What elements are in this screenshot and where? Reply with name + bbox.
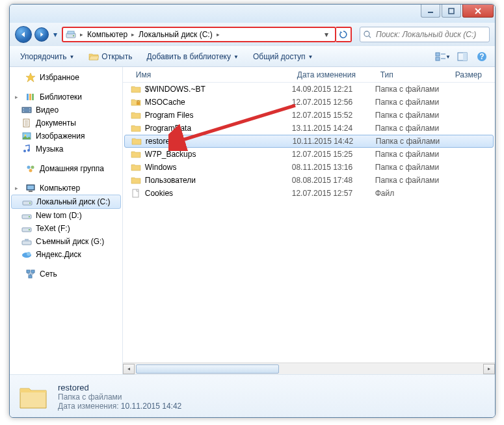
nav-removable-g[interactable]: Съемный диск (G:) [10, 235, 122, 248]
file-name: Program Files [145, 111, 194, 120]
file-row[interactable]: ProgramData13.11.2015 14:24Папка с файла… [123, 122, 495, 135]
file-row[interactable]: Cookies12.07.2015 12:57Файл [123, 187, 495, 200]
folder-icon [131, 162, 141, 172]
nav-libraries[interactable]: ▸Библиотеки [10, 90, 122, 103]
breadcrumb-computer[interactable]: Компьютер [87, 30, 127, 39]
file-name: Cookies [145, 189, 173, 198]
file-row[interactable]: $WINDOWS.~BT14.09.2015 12:21Папка с файл… [123, 83, 495, 96]
search-box[interactable] [360, 27, 490, 42]
svg-rect-44 [22, 241, 31, 245]
nav-documents[interactable]: Документы [10, 117, 122, 130]
nav-music[interactable]: Музыка [10, 143, 122, 156]
explorer-window: ▾ ▸ Компьютер ▸ Локальный диск (C:) ▸ ▾ … [9, 4, 496, 418]
nav-new-tom-d[interactable]: New tom (D:) [10, 209, 122, 222]
nav-pictures[interactable]: Изображения [10, 130, 122, 143]
search-input[interactable] [376, 30, 486, 39]
nav-homegroup[interactable]: Домашняя группа [10, 162, 122, 175]
forward-button[interactable] [34, 27, 49, 42]
svg-point-22 [29, 108, 30, 109]
file-name: Windows [145, 163, 177, 172]
back-button[interactable] [15, 26, 32, 43]
maximize-button[interactable] [442, 5, 461, 18]
folder-icon [131, 110, 141, 120]
nav-network[interactable]: Сеть [10, 267, 122, 281]
svg-point-5 [364, 31, 369, 36]
svg-point-34 [29, 169, 33, 172]
organize-button[interactable]: Упорядочить▼ [15, 50, 79, 63]
close-button[interactable] [462, 5, 494, 18]
details-date-value: 10.11.2015 14:42 [121, 402, 181, 411]
nav-favorites[interactable]: Избранное [10, 71, 122, 84]
refresh-button[interactable] [336, 27, 352, 42]
file-row[interactable]: Windows08.11.2015 13:16Папка с файлами [123, 161, 495, 174]
svg-rect-37 [29, 191, 33, 192]
file-date: 12.07.2015 15:25 [292, 150, 375, 159]
open-button[interactable]: Открыть [83, 49, 137, 64]
file-name: Пользователи [145, 176, 196, 185]
nav-local-disk-c[interactable]: Локальный диск (C:) [11, 195, 121, 209]
view-options-button[interactable]: ▼ [435, 49, 451, 64]
file-date: 13.11.2015 14:24 [292, 124, 375, 133]
file-date: 08.11.2015 13:16 [292, 163, 375, 172]
file-row[interactable]: MSOCache12.07.2015 12:56Папка с файлами [123, 96, 495, 109]
file-row[interactable]: restored10.11.2015 14:42Папка с файлами [124, 135, 494, 148]
svg-text:?: ? [479, 52, 484, 61]
homegroup-icon [25, 163, 36, 174]
scroll-right-button[interactable]: ▸ [483, 364, 495, 374]
file-date: 12.07.2015 12:56 [292, 98, 375, 107]
file-row[interactable]: Пользователи08.08.2015 17:48Папка с файл… [123, 174, 495, 187]
help-button[interactable]: ? [474, 49, 490, 64]
column-type[interactable]: Тип [375, 70, 450, 79]
svg-rect-48 [27, 270, 30, 273]
column-size[interactable]: Размер [450, 70, 495, 79]
nav-history-dropdown[interactable]: ▾ [51, 29, 59, 40]
file-type: Папка с файлами [375, 163, 450, 172]
computer-icon [25, 183, 36, 193]
drive-icon [66, 29, 76, 40]
breadcrumb-local-disk[interactable]: Локальный диск (C:) [139, 30, 213, 39]
svg-rect-51 [137, 102, 140, 105]
svg-point-43 [29, 229, 30, 230]
address-dropdown[interactable]: ▾ [321, 30, 332, 39]
svg-point-32 [27, 166, 31, 169]
music-icon [21, 144, 32, 154]
nav-computer[interactable]: ▸Компьютер [10, 182, 122, 195]
column-name[interactable]: Имя [131, 70, 292, 79]
file-type: Папка с файлами [375, 98, 450, 107]
file-name: restored [146, 137, 174, 146]
address-bar[interactable]: ▸ Компьютер ▸ Локальный диск (C:) ▸ ▾ [62, 27, 336, 42]
folder-icon [131, 84, 141, 94]
share-button[interactable]: Общий доступ▼ [248, 50, 319, 63]
nav-yandex-disk[interactable]: Яндекс.Диск [10, 248, 122, 261]
folder-icon [131, 175, 141, 185]
svg-point-20 [23, 108, 23, 109]
preview-pane-button[interactable] [455, 49, 470, 64]
file-date: 12.07.2015 12:57 [292, 189, 375, 198]
file-name: MSOCache [145, 98, 185, 107]
add-to-library-button[interactable]: Добавить в библиотеку▼ [141, 50, 243, 63]
search-icon [363, 30, 372, 39]
svg-rect-3 [68, 31, 74, 34]
file-type: Папка с файлами [375, 176, 450, 185]
folder-large-icon [18, 381, 49, 412]
folder-icon [131, 136, 142, 146]
minimize-button[interactable] [421, 5, 440, 18]
breadcrumb-chevron-icon: ▸ [131, 31, 135, 38]
svg-rect-15 [27, 94, 29, 100]
svg-rect-45 [25, 239, 29, 241]
scroll-thumb[interactable] [136, 364, 279, 374]
scroll-left-button[interactable]: ◂ [123, 364, 135, 374]
nav-texet-f[interactable]: TeXet (F:) [10, 222, 122, 235]
file-row[interactable]: Program Files12.07.2015 15:52Папка с фай… [123, 109, 495, 122]
file-icon [131, 188, 141, 199]
folder-lock-icon [131, 97, 141, 107]
explorer-body: Избранное ▸Библиотеки Видео Документы Из… [10, 67, 495, 374]
nav-video[interactable]: Видео [10, 103, 122, 117]
column-date[interactable]: Дата изменения [292, 70, 375, 79]
file-row[interactable]: W7P_Backups12.07.2015 15:25Папка с файла… [123, 148, 495, 161]
details-text: restored Папка с файлами Дата изменения:… [58, 383, 181, 411]
details-date-label: Дата изменения: [58, 402, 119, 411]
svg-rect-49 [31, 270, 34, 273]
horizontal-scrollbar[interactable]: ◂ ▸ [123, 363, 495, 374]
svg-rect-12 [463, 53, 467, 61]
